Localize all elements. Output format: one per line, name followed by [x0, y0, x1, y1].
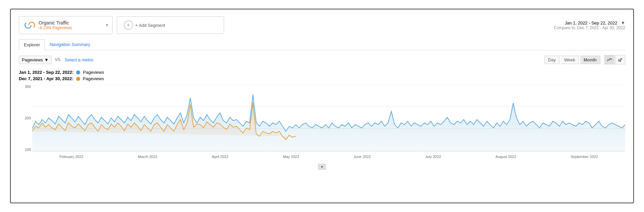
- legend-item-blue: Jan 1, 2022 - Sep 22, 2022: Pageviews: [19, 70, 625, 75]
- main-date-text: Jan 1, 2022 - Sep 22, 2022: [565, 20, 618, 25]
- legend-dot-blue: [76, 70, 80, 74]
- tabs-row: Explorer Navigation Summary: [19, 39, 625, 50]
- add-segment-pill[interactable]: + + Add Segment: [117, 16, 224, 34]
- y-axis-labels: 300 200 100: [19, 85, 31, 152]
- legend-row: Jan 1, 2022 - Sep 22, 2022: Pageviews De…: [19, 70, 625, 81]
- x-axis-labels: February 2022 March 2022 April 2022 May …: [32, 152, 625, 162]
- segment-chevron-icon: ▼: [105, 23, 109, 28]
- svg-point-3: [621, 58, 622, 60]
- x-label-jun: June 2022: [354, 155, 371, 159]
- date-chevron-icon: ▼: [621, 20, 625, 25]
- svg-point-4: [620, 61, 621, 62]
- add-segment-circle-icon: +: [124, 20, 133, 30]
- metric-label: Pageviews: [22, 57, 43, 62]
- month-button[interactable]: Month: [580, 56, 600, 64]
- scroll-down-button[interactable]: ▼: [318, 164, 326, 170]
- y-label-100: 100: [19, 148, 31, 152]
- tab-explorer[interactable]: Explorer: [19, 39, 45, 50]
- organic-sublabel: -6.23% Pageviews: [39, 25, 72, 30]
- legend-metric-1: Pageviews: [83, 70, 104, 75]
- metric-chevron-icon: ▼: [44, 57, 49, 62]
- y-label-300: 300: [19, 85, 31, 89]
- scatter-chart-button[interactable]: [615, 55, 625, 64]
- top-row: Organic Traffic -6.23% Pageviews ▼ + + A…: [19, 16, 625, 34]
- x-label-sep: September 2022: [571, 155, 598, 159]
- week-button[interactable]: Week: [561, 56, 579, 64]
- organic-label: Organic Traffic: [39, 20, 72, 25]
- tab-navigation-summary[interactable]: Navigation Summary: [45, 39, 95, 50]
- segment-left: Organic Traffic -6.23% Pageviews ▼ + + A…: [19, 16, 224, 34]
- organic-traffic-icon: [24, 19, 36, 31]
- line-chart-icon: [607, 57, 612, 62]
- chart-area: [32, 85, 625, 152]
- legend-metric-2: Pageviews: [83, 76, 104, 81]
- day-button[interactable]: Day: [544, 56, 559, 64]
- organic-text: Organic Traffic -6.23% Pageviews: [39, 20, 72, 30]
- add-segment-label: + Add Segment: [135, 23, 165, 28]
- x-label-may: May 2022: [283, 155, 299, 159]
- x-label-feb: February 2022: [59, 155, 84, 159]
- chart-type-buttons: [604, 55, 625, 64]
- right-controls: Day Week Month: [544, 55, 625, 64]
- organic-traffic-pill[interactable]: Organic Traffic -6.23% Pageviews ▼: [19, 16, 113, 34]
- compare-date-text: Compare to: Dec 7, 2021 - Apr 30, 2022: [554, 25, 625, 30]
- x-label-apr: April 2022: [212, 155, 229, 159]
- vs-label: VS.: [55, 57, 61, 62]
- select-metric-link[interactable]: Select a metric: [65, 57, 94, 62]
- main-container: Organic Traffic -6.23% Pageviews ▼ + + A…: [10, 9, 634, 203]
- main-date-range: Jan 1, 2022 - Sep 22, 2022 ▼: [554, 20, 625, 25]
- legend-date-2: Dec 7, 2021 - Apr 30, 2022:: [19, 76, 73, 81]
- x-label-aug: August 2022: [495, 155, 516, 159]
- legend-item-orange: Dec 7, 2021 - Apr 30, 2022: Pageviews: [19, 76, 625, 81]
- scroll-indicator: ▼: [19, 164, 625, 170]
- date-range-block[interactable]: Jan 1, 2022 - Sep 22, 2022 ▼ Compare to:…: [554, 20, 625, 30]
- y-label-200: 200: [19, 116, 31, 120]
- controls-row: Pageviews ▼ VS. Select a metric Day Week…: [19, 55, 625, 64]
- metric-selector: Pageviews ▼ VS. Select a metric: [19, 56, 94, 64]
- metric-dropdown[interactable]: Pageviews ▼: [19, 56, 52, 64]
- legend-dot-orange: [76, 77, 80, 81]
- legend-date-1: Jan 1, 2022 - Sep 22, 2022:: [19, 70, 73, 75]
- chart-container: 300 200 100: [19, 85, 625, 162]
- chart-svg: [32, 85, 625, 151]
- line-chart-button[interactable]: [604, 55, 614, 64]
- scatter-chart-icon: [618, 57, 623, 62]
- x-label-mar: March 2022: [138, 155, 157, 159]
- x-label-jul: July 2022: [425, 155, 441, 159]
- time-granularity: Day Week Month: [544, 56, 600, 64]
